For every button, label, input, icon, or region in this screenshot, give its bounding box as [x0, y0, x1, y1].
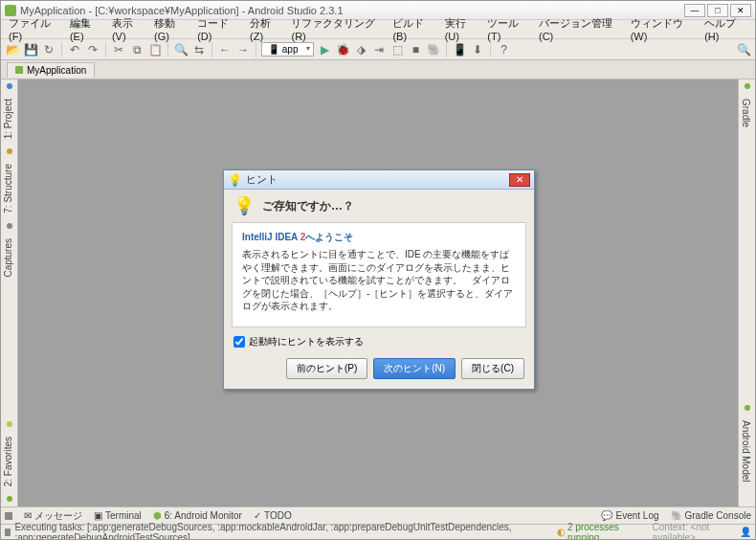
- stop2-icon[interactable]: ■: [408, 42, 423, 57]
- tab-gradle-console[interactable]: 🐘 Gradle Console: [671, 510, 751, 521]
- search-everywhere-icon[interactable]: 🔍: [736, 42, 751, 57]
- tab-project[interactable]: 1: Project: [1, 93, 15, 145]
- module-icon: [15, 66, 23, 74]
- next-tip-button[interactable]: 次のヒント(N): [373, 358, 456, 379]
- tab-messages[interactable]: ✉ メッセージ: [24, 509, 82, 523]
- profile-icon[interactable]: ⬗: [353, 42, 368, 57]
- close-dialog-button[interactable]: 閉じる(C): [461, 358, 524, 379]
- menu-help[interactable]: ヘルプ(H): [700, 14, 751, 44]
- cut-icon[interactable]: ✂: [111, 42, 126, 57]
- tab-android-monitor[interactable]: ⬢ 6: Android Monitor: [153, 510, 242, 521]
- gradle-icon[interactable]: 🐘: [426, 42, 441, 57]
- inspector-icon[interactable]: 👤: [740, 527, 751, 537]
- show-tips-checkbox[interactable]: 起動時にヒントを表示する: [224, 327, 534, 349]
- tab-gradle[interactable]: Gradle: [739, 93, 753, 133]
- left-toolwindow-bar: 1: Project 7: Structure Captures 2: Favo…: [1, 79, 18, 506]
- menu-view[interactable]: 表示(V): [108, 14, 148, 44]
- separator: [105, 42, 106, 57]
- separator: [490, 42, 491, 57]
- find-icon[interactable]: 🔍: [173, 42, 189, 57]
- status-running[interactable]: 2 processes running...: [567, 522, 643, 541]
- menu-file[interactable]: ファイル(F): [5, 14, 64, 44]
- breadcrumb-label: MyApplication: [27, 65, 86, 76]
- show-tips-label: 起動時にヒントを表示する: [249, 335, 364, 349]
- run-target-label: app: [282, 44, 299, 55]
- dialog-title: ヒント: [246, 172, 509, 187]
- paste-icon[interactable]: 📋: [147, 42, 163, 57]
- debug-icon[interactable]: 🐞: [335, 42, 350, 57]
- tab-structure[interactable]: 7: Structure: [1, 158, 15, 219]
- tab-favorites[interactable]: 2: Favorites: [1, 431, 15, 492]
- run-icon[interactable]: ▶: [317, 42, 332, 57]
- help-icon[interactable]: ?: [496, 42, 511, 57]
- tab-captures[interactable]: Captures: [1, 233, 15, 283]
- separator: [256, 42, 256, 57]
- variants-dot-icon: [7, 496, 12, 502]
- structure-dot-icon: [7, 148, 12, 154]
- corner-icon[interactable]: [5, 512, 12, 520]
- separator: [61, 42, 62, 57]
- tab-terminal[interactable]: ▣ Terminal: [94, 510, 142, 521]
- dialog-buttons: 前のヒント(P) 次のヒント(N) 閉じる(C): [224, 349, 534, 389]
- redo-icon[interactable]: ↷: [85, 42, 100, 57]
- menu-analyze[interactable]: 分析(Z): [246, 14, 285, 44]
- tip-dialog: 💡 ヒント ✕ 💡 ご存知ですか…？ IntelliJ IDEA 2へようこそ …: [223, 169, 535, 390]
- forward-icon[interactable]: →: [235, 42, 251, 57]
- dialog-header: 💡 ご存知ですか…？: [224, 190, 534, 222]
- menu-window[interactable]: ウィンドウ(W): [627, 14, 700, 44]
- model-dot-icon: [745, 405, 750, 411]
- favorites-dot-icon: [7, 421, 12, 427]
- progress-icon: ◐: [557, 527, 566, 537]
- menu-edit[interactable]: 編集(E): [66, 14, 106, 44]
- menu-run[interactable]: 実行(U): [441, 14, 482, 44]
- dialog-close-button[interactable]: ✕: [509, 173, 530, 187]
- tip-text: 表示されるヒントに目を通すことで、IDE の主要な機能をすばやく理解できます。画…: [242, 248, 516, 313]
- bulb-icon: 💡: [228, 173, 242, 187]
- separator: [211, 42, 212, 57]
- tab-event-log[interactable]: 💬 Event Log: [601, 510, 658, 521]
- menu-build[interactable]: ビルド(B): [389, 14, 438, 44]
- status-context: Context: <not available>: [653, 522, 736, 541]
- attach-icon[interactable]: ⇥: [371, 42, 387, 57]
- save-icon[interactable]: 💾: [23, 42, 38, 57]
- right-toolwindow-bar: Gradle Android Model: [738, 79, 755, 506]
- tab-android-model[interactable]: Android Model: [739, 415, 753, 487]
- breadcrumb[interactable]: MyApplication: [7, 62, 95, 78]
- replace-icon[interactable]: ⇆: [191, 42, 207, 57]
- status-task: Executing tasks: [:app:generateDebugSour…: [14, 522, 557, 541]
- stop-icon[interactable]: ⬚: [389, 42, 405, 57]
- dialog-titlebar: 💡 ヒント ✕: [224, 170, 534, 190]
- menu-vcs[interactable]: バージョン管理(C): [535, 14, 625, 44]
- back-icon[interactable]: ←: [217, 42, 233, 57]
- project-dot-icon: [7, 83, 12, 89]
- avd-icon[interactable]: 📱: [452, 42, 467, 57]
- tab-todo[interactable]: ✓ TODO: [254, 510, 292, 521]
- nav-bar: MyApplication: [1, 60, 755, 79]
- captures-dot-icon: [7, 223, 12, 229]
- separator: [167, 42, 168, 57]
- prev-tip-button[interactable]: 前のヒント(P): [286, 358, 367, 379]
- dialog-heading: ご存知ですか…？: [262, 198, 354, 214]
- open-icon[interactable]: 📂: [5, 42, 20, 57]
- menu-code[interactable]: コード(D): [193, 14, 244, 44]
- status-icon: [5, 529, 11, 536]
- undo-icon[interactable]: ↶: [67, 42, 82, 57]
- gradle-dot-icon: [745, 83, 750, 89]
- menu-tools[interactable]: ツール(T): [483, 14, 533, 44]
- separator: [446, 42, 447, 57]
- show-tips-input[interactable]: [233, 336, 245, 348]
- lamp-icon: 💡: [233, 195, 255, 216]
- sdk-icon[interactable]: ⬇: [470, 42, 485, 57]
- welcome-line: IntelliJ IDEA 2へようこそ: [242, 231, 516, 244]
- statusbar: Executing tasks: [:app:generateDebugSour…: [1, 524, 755, 539]
- menu-navigate[interactable]: 移動(G): [150, 14, 191, 44]
- copy-icon[interactable]: ⧉: [129, 42, 145, 57]
- dialog-body: IntelliJ IDEA 2へようこそ 表示されるヒントに目を通すことで、ID…: [232, 222, 526, 327]
- menubar: ファイル(F) 編集(E) 表示(V) 移動(G) コード(D) 分析(Z) リ…: [1, 20, 755, 39]
- sync-icon[interactable]: ↻: [41, 42, 56, 57]
- menu-refactor[interactable]: リファクタリング(R): [287, 14, 387, 44]
- run-target-select[interactable]: 📱 app: [261, 42, 314, 56]
